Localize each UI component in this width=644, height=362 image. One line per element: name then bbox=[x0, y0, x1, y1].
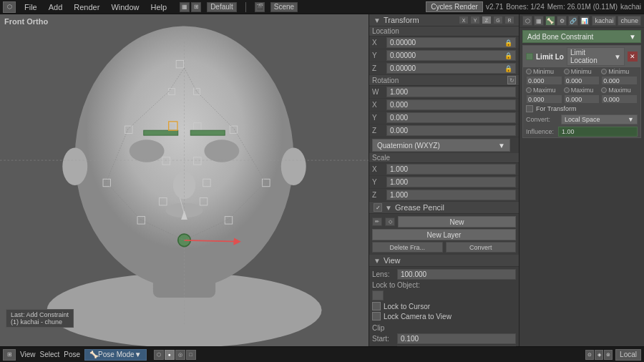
max-z-radio[interactable] bbox=[601, 87, 607, 93]
menu-pose-bottom[interactable]: Pose bbox=[64, 351, 80, 358]
constraint-icon-1[interactable]: ⬡ bbox=[522, 16, 532, 26]
minmax-x-val-row: 0.000 0.000 0.000 bbox=[523, 76, 640, 85]
constraint-icon-3[interactable]: 🦴 bbox=[545, 16, 555, 26]
viewport-type-icon[interactable]: ⊞ bbox=[3, 349, 16, 361]
min-x-radio[interactable] bbox=[526, 69, 532, 74]
grease-delete-frame-button[interactable]: Delete Fra... bbox=[372, 242, 443, 253]
transform-icon-5[interactable]: R bbox=[504, 16, 514, 24]
max-z-val[interactable]: 0.000 bbox=[601, 94, 638, 104]
clip-start-input[interactable]: 0.100 bbox=[397, 333, 516, 344]
rotation-w-row: W 1.000 bbox=[369, 86, 519, 99]
max-x-radio[interactable] bbox=[526, 87, 532, 93]
svg-point-5 bbox=[130, 140, 165, 162]
min-x-radio-3[interactable] bbox=[601, 69, 607, 74]
layout-icon-1[interactable]: ▦ bbox=[180, 2, 190, 12]
constraint-icon-6[interactable]: 📊 bbox=[580, 16, 590, 26]
lock-cursor-label: Lock to Cursor bbox=[384, 303, 430, 310]
constraint-icon-4[interactable]: ⚙ bbox=[557, 16, 567, 26]
constraint-panel-header: Limit Lo Limit Location ▼ ✕ bbox=[523, 46, 640, 67]
scale-y-input[interactable]: 1.000 bbox=[386, 177, 516, 187]
influence-input[interactable]: 1.00 bbox=[558, 127, 638, 137]
grease-new-button[interactable]: New bbox=[398, 216, 516, 228]
rotation-mode-dropdown[interactable]: Quaternion (WXYZ) ▼ bbox=[372, 139, 510, 152]
location-z-input[interactable]: 0.00000 🔒 bbox=[386, 63, 516, 74]
scale-z-input[interactable]: 1.000 bbox=[386, 190, 516, 200]
location-y-input[interactable]: 0.00000 🔒 bbox=[386, 50, 516, 61]
menu-file[interactable]: File bbox=[21, 3, 40, 11]
rotation-z-input[interactable]: 0.000 bbox=[386, 125, 516, 136]
min-x-radio-2[interactable] bbox=[564, 69, 570, 74]
menu-view-bottom[interactable]: View bbox=[20, 351, 36, 358]
viewport-mode-4[interactable]: □ bbox=[186, 350, 196, 360]
transform-section-header[interactable]: ▼ Transform X Y Z G R bbox=[369, 14, 519, 26]
transform-icon-2[interactable]: Y bbox=[470, 16, 480, 24]
viewport-mode-1[interactable]: ⬡ bbox=[154, 350, 164, 360]
for-transform-row: For Transform bbox=[523, 104, 640, 113]
viewport-3d[interactable]: Front Ortho bbox=[0, 14, 369, 346]
rotation-w-input[interactable]: 1.000 bbox=[386, 87, 516, 97]
grease-convert-button[interactable]: Convert bbox=[446, 242, 517, 253]
layout-icon-2[interactable]: ⊞ bbox=[191, 2, 201, 12]
view-section-header[interactable]: ▼ View bbox=[369, 255, 519, 267]
lock-camera-checkbox[interactable] bbox=[372, 312, 381, 321]
menu-window[interactable]: Window bbox=[108, 3, 142, 11]
transform-icon-4[interactable]: G bbox=[493, 16, 503, 24]
menu-select-bottom[interactable]: Select bbox=[40, 351, 60, 358]
rotation-y-input[interactable]: 0.000 bbox=[386, 112, 516, 123]
viewport-mode-2[interactable]: ● bbox=[165, 350, 175, 360]
pencil-erase-icon[interactable]: ◇ bbox=[385, 217, 395, 226]
object-name-display[interactable]: chune bbox=[618, 16, 641, 26]
bones-info: Bones: 1/24 bbox=[506, 3, 544, 11]
engine-selector[interactable]: Cycles Render bbox=[426, 1, 483, 12]
rotation-x-input[interactable]: 0.000 bbox=[386, 99, 516, 110]
constraint-delete-button[interactable]: ✕ bbox=[628, 52, 638, 62]
menu-render[interactable]: Render bbox=[71, 3, 102, 11]
scale-x-row: X 1.000 bbox=[369, 163, 519, 176]
location-x-input[interactable]: 0.00000 🔒 bbox=[386, 37, 516, 48]
lock-camera-row: Lock Camera to View bbox=[372, 311, 516, 321]
min-x-val-2[interactable]: 0.000 bbox=[564, 76, 600, 85]
max-y-radio[interactable] bbox=[564, 87, 570, 93]
convert-dropdown[interactable]: Local Space ▼ bbox=[561, 114, 638, 124]
onion-icon[interactable]: ◈ bbox=[595, 350, 603, 360]
constraint-icon-5[interactable]: 🔗 bbox=[568, 16, 578, 26]
constraint-type-dropdown[interactable]: Limit Location ▼ bbox=[567, 47, 625, 66]
lock-obj-box[interactable] bbox=[372, 290, 384, 300]
menu-add[interactable]: Add bbox=[46, 3, 66, 11]
layout-label[interactable]: Default bbox=[207, 2, 237, 12]
lens-input[interactable]: 100.000 bbox=[397, 269, 516, 280]
minmax-max-header: Maximu Maximu Maximu bbox=[523, 86, 640, 94]
proportional-icon[interactable]: ⊚ bbox=[604, 350, 613, 360]
pose-mode-button[interactable]: 🦴 Pose Mode ▼ bbox=[84, 349, 147, 361]
lock-cursor-checkbox[interactable] bbox=[372, 302, 381, 310]
viewport-mode-3[interactable]: ◎ bbox=[175, 350, 185, 360]
location-y-label: Y bbox=[372, 52, 386, 59]
pencil-draw-icon[interactable]: ✏ bbox=[372, 217, 382, 226]
constraint-icon-2[interactable]: ▦ bbox=[534, 16, 544, 26]
grease-pencil-header[interactable]: ✓ ▼ Grease Pencil bbox=[369, 202, 519, 214]
clip-end-input[interactable]: 1000.000 bbox=[397, 346, 516, 346]
rotation-x-row: X 0.000 bbox=[369, 99, 519, 112]
transform-icon-3[interactable]: Z bbox=[482, 16, 492, 24]
constraint-enabled-checkbox[interactable] bbox=[526, 53, 533, 60]
user-name-display[interactable]: kachai bbox=[592, 16, 616, 26]
scene-name[interactable]: Scene bbox=[270, 2, 298, 12]
add-bone-constraint-button[interactable]: Add Bone Constraint ▼ bbox=[522, 30, 641, 43]
max-x-val[interactable]: 0.000 bbox=[526, 94, 562, 104]
min-x-val-3[interactable]: 0.000 bbox=[601, 76, 638, 85]
for-transform-checkbox[interactable] bbox=[526, 105, 533, 112]
min-x-val[interactable]: 0.000 bbox=[526, 76, 562, 85]
local-button[interactable]: Local bbox=[615, 349, 641, 361]
grease-new-layer-button[interactable]: New Layer bbox=[372, 229, 516, 240]
max-y-val[interactable]: 0.000 bbox=[564, 94, 600, 104]
snap-icon[interactable]: ⊙ bbox=[585, 350, 594, 360]
transform-icon-1[interactable]: X bbox=[459, 16, 469, 24]
notification-line1: Last: Add Constraint bbox=[11, 311, 69, 318]
menu-help[interactable]: Help bbox=[148, 3, 170, 11]
bottom-bar: ⊞ View Select Pose 🦴 Pose Mode ▼ ⬡ ● ◎ □… bbox=[0, 346, 644, 362]
bottom-right-area: ⊙ ◈ ⊚ Local bbox=[585, 349, 641, 361]
grease-pencil-checkbox[interactable]: ✓ bbox=[374, 203, 382, 212]
scale-x-input[interactable]: 1.000 bbox=[386, 164, 516, 175]
blender-icon: ⬡ bbox=[3, 1, 16, 13]
rotation-mode-icon[interactable]: ↻ bbox=[507, 76, 516, 84]
